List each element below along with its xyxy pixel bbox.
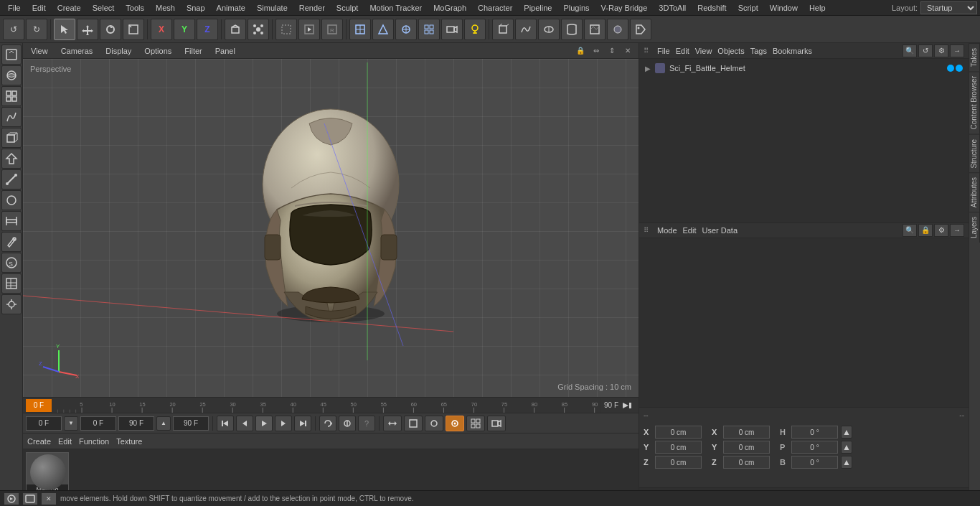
spline-tool[interactable] — [515, 19, 537, 40]
vtab-layers[interactable]: Layers — [969, 212, 980, 243]
coord-p-up[interactable]: ▲ — [841, 441, 852, 454]
menu-vray[interactable]: V-Ray Bridge — [596, 2, 653, 14]
obj-menu-bookmarks[interactable]: Bookmarks — [773, 47, 812, 55]
scene-tool[interactable] — [607, 19, 628, 40]
obj-expand-icon[interactable]: → — [950, 44, 964, 57]
coord-b-val[interactable] — [791, 456, 838, 469]
vp-menu-options[interactable]: Options — [141, 46, 175, 56]
select-tool[interactable] — [54, 19, 75, 40]
sidebar-snap[interactable] — [1, 294, 22, 314]
coord-x-size[interactable] — [723, 426, 770, 439]
view-camera[interactable] — [441, 19, 463, 40]
coord-b-up[interactable]: ▲ — [841, 456, 852, 469]
playback-start-input[interactable] — [26, 416, 62, 431]
vp-arrows-icon[interactable]: ⇕ — [606, 44, 618, 57]
menu-create[interactable]: Create — [52, 2, 86, 14]
menu-3dtoall[interactable]: 3DToAll — [654, 2, 691, 14]
menu-snap[interactable]: Snap — [182, 2, 210, 14]
bottom-icon1[interactable] — [4, 493, 19, 505]
pb-next-frame[interactable] — [275, 416, 292, 431]
bottom-close[interactable]: ✕ — [42, 493, 56, 505]
obj-search-icon[interactable]: 🔍 — [903, 44, 917, 57]
object-tool[interactable] — [225, 19, 246, 40]
material-item[interactable]: Mat_Bo — [26, 452, 69, 495]
coord-h-val[interactable] — [791, 426, 838, 439]
coord-y-pos[interactable] — [655, 441, 702, 454]
nurbs-tool[interactable] — [538, 19, 560, 40]
vp-menu-view[interactable]: View — [27, 46, 52, 56]
render-viewport[interactable]: R — [321, 19, 343, 40]
view-top[interactable] — [349, 19, 371, 40]
vp-menu-cameras[interactable]: Cameras — [57, 46, 97, 56]
attr-search-icon[interactable]: 🔍 — [903, 224, 917, 237]
obj-menu-view[interactable]: View — [695, 47, 712, 55]
sidebar-measure[interactable] — [1, 211, 22, 231]
attr-settings-icon[interactable]: ⚙ — [934, 224, 948, 237]
obj-menu-tags[interactable]: Tags — [750, 47, 767, 55]
menu-mesh[interactable]: Mesh — [151, 2, 180, 14]
mat-menu-function[interactable]: Function — [79, 437, 109, 446]
obj-item-helmet[interactable]: ▶ Sci_Fi_Battle_Helmet — [642, 62, 966, 75]
cube-tool[interactable] — [492, 19, 514, 40]
menu-select[interactable]: Select — [88, 2, 120, 14]
pb-prev-frame[interactable] — [236, 416, 253, 431]
view-preset4[interactable] — [418, 19, 440, 40]
vp-menu-display[interactable]: Display — [102, 46, 135, 56]
timeline-end-icon[interactable] — [621, 400, 633, 411]
pb-rotate[interactable] — [425, 416, 443, 431]
pb-grid[interactable] — [466, 416, 485, 431]
sidebar-line[interactable] — [1, 169, 22, 189]
mat-menu-create[interactable]: Create — [27, 437, 51, 446]
view-preset2[interactable] — [372, 19, 394, 40]
menu-redshift[interactable]: Redshift — [692, 2, 731, 14]
vp-menu-panel[interactable]: Panel — [212, 46, 239, 56]
pb-box[interactable] — [404, 416, 423, 431]
attr-menu-userdata[interactable]: User Data — [702, 226, 738, 235]
sidebar-grid[interactable] — [1, 86, 22, 106]
menu-help[interactable]: Help — [804, 2, 831, 14]
menu-pipeline[interactable]: Pipeline — [519, 2, 557, 14]
point-tool[interactable] — [248, 19, 269, 40]
sidebar-texture[interactable] — [1, 65, 22, 85]
sidebar-paint[interactable] — [1, 232, 22, 252]
vp-lock-icon[interactable]: 🔒 — [574, 44, 587, 57]
sidebar-spline[interactable] — [1, 107, 22, 127]
coord-h-up[interactable]: ▲ — [841, 426, 852, 439]
sidebar-grid2[interactable] — [1, 273, 22, 294]
axis-z[interactable]: Z — [197, 19, 218, 40]
coord-p-val[interactable] — [791, 441, 838, 454]
pb-question[interactable]: ? — [358, 416, 375, 431]
menu-plugins[interactable]: Plugins — [558, 2, 594, 14]
redo-button[interactable]: ↻ — [26, 19, 47, 40]
viewport-3d[interactable]: X Y Z Perspective Grid Spacing : 10 cm — [23, 59, 639, 397]
playback-frame-input[interactable] — [80, 416, 116, 431]
pb-stop[interactable] — [339, 416, 356, 431]
vtab-takes[interactable]: Takes — [969, 43, 980, 71]
vp-menu-filter[interactable]: Filter — [181, 46, 205, 56]
menu-motion-tracker[interactable]: Motion Tracker — [364, 2, 427, 14]
sidebar-arrow[interactable] — [1, 149, 22, 169]
pb-end-up[interactable]: ▲ — [156, 416, 171, 431]
vtab-attributes[interactable]: Attributes — [969, 172, 980, 212]
obj-refresh-icon[interactable]: ↺ — [918, 44, 933, 57]
coord-z-pos[interactable] — [655, 456, 702, 469]
pb-camera-view[interactable] — [487, 416, 506, 431]
menu-edit[interactable]: Edit — [27, 2, 51, 14]
timeline[interactable]: 0 F 5 10 15 20 — [23, 397, 639, 413]
playback-end-frame1[interactable] — [118, 416, 154, 431]
vtab-content-browser[interactable]: Content Browser — [969, 71, 980, 133]
mat-menu-edit[interactable]: Edit — [58, 437, 72, 446]
pb-loop[interactable] — [319, 416, 336, 431]
vp-close-icon[interactable]: ✕ — [621, 44, 634, 57]
vp-move-icon[interactable]: ⇔ — [590, 44, 603, 57]
bottom-icon2[interactable] — [23, 493, 37, 505]
sidebar-cube[interactable] — [1, 128, 22, 148]
env-tool[interactable] — [584, 19, 606, 40]
attr-menu-mode[interactable]: Mode — [657, 226, 677, 235]
pb-pin[interactable] — [446, 416, 464, 431]
coord-z-size[interactable] — [723, 456, 770, 469]
menu-file[interactable]: File — [3, 2, 26, 14]
menu-mograph[interactable]: MoGraph — [428, 2, 471, 14]
menu-character[interactable]: Character — [473, 2, 517, 14]
attr-menu-edit[interactable]: Edit — [683, 226, 697, 235]
